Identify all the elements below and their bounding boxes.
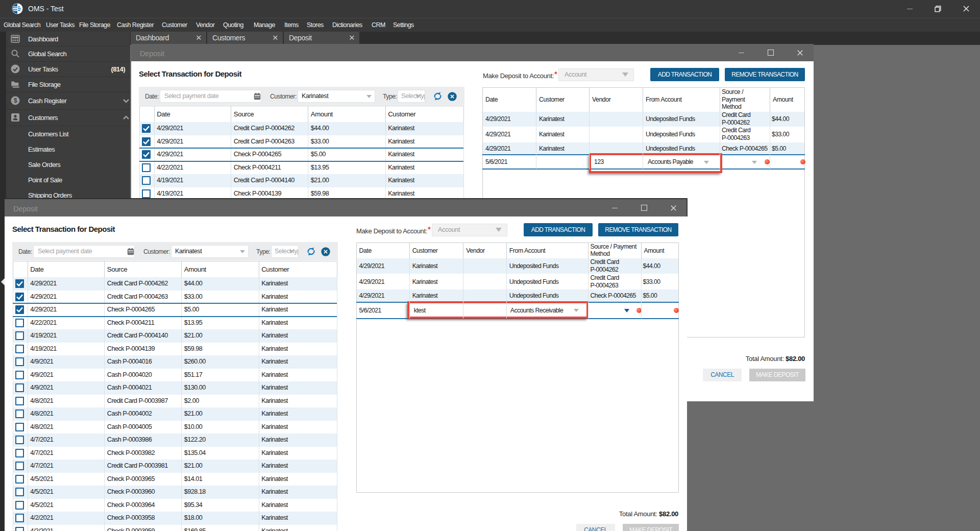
svg-text:$: $ [14,97,17,104]
